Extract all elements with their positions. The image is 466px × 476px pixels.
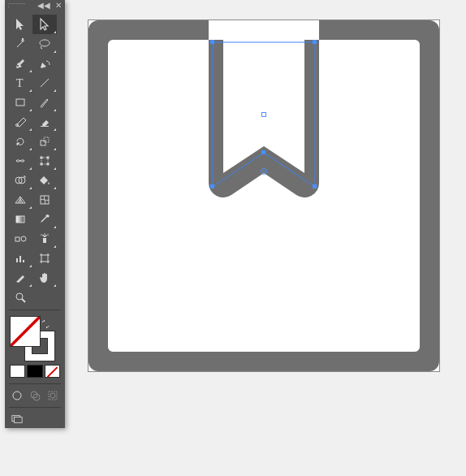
svg-point-34 [50,393,55,398]
color-mode-solid[interactable] [10,365,25,378]
svg-rect-16 [16,216,24,223]
svg-line-2 [41,79,49,87]
svg-rect-10 [47,157,49,158]
free-transform-tool[interactable] [32,151,57,171]
width-tool[interactable] [8,151,32,171]
artboard[interactable] [88,19,440,372]
curvature-tool[interactable] [32,54,57,73]
svg-point-18 [21,236,26,241]
anchor-point[interactable] [313,184,317,188]
svg-point-27 [16,293,23,300]
pen-tool[interactable] [8,54,32,73]
svg-point-22 [47,234,49,236]
fill-swatch[interactable] [10,316,41,347]
panel-grip-icon[interactable] [8,3,26,8]
direct-selection-tool[interactable] [32,15,57,34]
svg-rect-3 [16,99,24,106]
color-mode-gradient[interactable] [27,365,42,378]
separator [9,383,61,384]
svg-rect-23 [16,258,18,262]
blend-tool[interactable] [8,229,32,249]
separator [9,407,61,408]
anchor-point[interactable] [261,150,265,154]
svg-line-29 [11,317,40,346]
origin-indicator-icon [261,168,267,175]
gradient-tool[interactable] [8,210,32,229]
draw-normal-icon[interactable] [11,390,23,401]
artboard-tool[interactable] [32,249,57,268]
svg-line-28 [22,299,25,302]
scale-tool[interactable] [32,132,57,151]
panel-header: ◀◀ ✕ [5,0,65,11]
svg-text:T: T [16,77,24,89]
svg-rect-19 [43,238,46,243]
svg-rect-12 [47,163,49,165]
tools-panel: ◀◀ ✕ T [5,0,65,428]
shape-builder-tool[interactable] [8,171,32,190]
screen-mode-button[interactable] [11,413,23,425]
perspective-grid-tool[interactable] [8,190,32,210]
book-icon-shape[interactable] [88,20,439,371]
svg-rect-26 [41,255,48,262]
live-paint-bucket-tool[interactable] [32,171,57,190]
svg-rect-5 [41,126,49,127]
shaper-tool[interactable] [8,112,32,132]
draw-mode-row [5,387,65,405]
symbol-sprayer-tool[interactable] [32,229,57,249]
rectangle-tool[interactable] [8,93,32,112]
svg-rect-11 [41,163,42,165]
none-fill-icon [11,317,40,346]
screen-mode-row [5,410,65,428]
svg-rect-25 [23,260,24,262]
svg-rect-9 [41,157,42,158]
svg-rect-6 [41,141,45,145]
slice-tool[interactable] [8,268,32,288]
zoom-tool[interactable] [8,288,32,307]
hand-tool[interactable] [32,268,57,288]
svg-rect-7 [44,137,49,142]
svg-point-21 [44,233,45,235]
eyedropper-tool[interactable] [32,210,57,229]
separator [9,309,61,310]
svg-rect-36 [15,417,23,422]
draw-inside-icon[interactable] [47,390,58,401]
color-mode-none[interactable] [45,365,60,378]
column-graph-tool[interactable] [8,249,32,268]
lasso-tool[interactable] [32,34,57,54]
svg-point-20 [41,234,42,236]
fill-stroke-swatches [10,316,65,361]
svg-rect-17 [15,237,19,241]
svg-rect-24 [19,256,21,262]
collapse-columns-button[interactable]: ◀◀ [37,2,50,10]
color-mode-row [5,361,65,381]
draw-behind-icon[interactable] [29,390,41,401]
eraser-tool[interactable] [32,112,57,132]
mesh-tool[interactable] [32,190,57,210]
selection-tool[interactable] [8,15,32,34]
center-reference-point[interactable] [261,112,266,117]
svg-point-30 [13,392,21,400]
close-panel-button[interactable]: ✕ [55,2,62,10]
anchor-point[interactable] [313,40,317,44]
anchor-point[interactable] [210,40,214,44]
paintbrush-tool[interactable] [32,93,57,112]
svg-point-0 [17,65,19,67]
line-segment-tool[interactable] [32,73,57,93]
magic-wand-tool[interactable] [8,34,32,54]
anchor-point[interactable] [210,184,214,188]
rotate-tool[interactable] [8,132,32,151]
tools-grid: T [5,11,65,307]
type-tool[interactable]: T [8,73,32,93]
